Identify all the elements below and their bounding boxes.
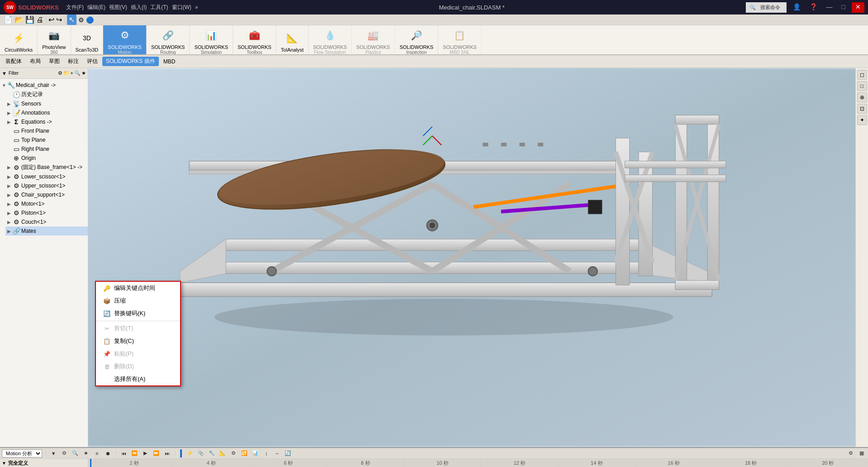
tree-icon4[interactable]: 🔍 <box>74 70 81 76</box>
motion-tool4[interactable]: 📐 <box>218 449 227 458</box>
menu-edit[interactable]: 编辑(E) <box>87 4 105 11</box>
tree-origin[interactable]: ⊕ Origin <box>5 154 88 163</box>
cm-copy[interactable]: 📋 复制(C) <box>96 335 180 347</box>
ribbon-inspection[interactable]: 🔎 SOLIDWORKS Inspection <box>395 25 439 55</box>
ribbon-plastics[interactable]: 🏭 SOLIDWORKS Plastics <box>352 25 395 55</box>
cm-replace-key[interactable]: 🔄 替换键码(K) <box>96 307 180 320</box>
ribbon-simulation[interactable]: 📊 SOLIDWORKS Simulation <box>190 25 233 55</box>
tab-evaluate[interactable]: 评估 <box>83 57 101 66</box>
ribbon-tolanalyst[interactable]: 📐 TolAnalyst <box>277 25 309 55</box>
cm-compress[interactable]: 📦 压缩 <box>96 294 180 307</box>
motion-play[interactable]: ▶ <box>141 449 150 458</box>
view-btn-4[interactable]: ⊡ <box>857 104 867 114</box>
tree-motor[interactable]: ▶ ⚙ Motor<1> <box>5 199 88 208</box>
tree-equations[interactable]: ▶ Σ Equations -> <box>5 117 88 126</box>
tab-sw-plugins[interactable]: SOLIDWORKS 插件 <box>102 57 159 66</box>
qat-print[interactable]: 🖨 <box>36 16 43 24</box>
ribbon-toolbox[interactable]: 🧰 SOLIDWORKS Toolbox <box>233 25 277 55</box>
qat-undo[interactable]: ↩ <box>48 15 54 24</box>
tab-layout[interactable]: 布局 <box>26 57 44 66</box>
qat-redo[interactable]: ↪ <box>56 15 62 24</box>
motion-prev[interactable]: ⏪ <box>130 449 139 458</box>
user-icon[interactable]: 👤 <box>790 2 803 13</box>
view-btn-5[interactable]: ✦ <box>857 115 867 125</box>
tree-sensors[interactable]: ▶ 📡 Sensors <box>5 99 88 108</box>
tree-rightplane[interactable]: ▭ Right Plane <box>5 144 88 154</box>
ribbon-flow[interactable]: 💧 SOLIDWORKS Flow Simulation <box>309 25 352 55</box>
tab-annotation[interactable]: 标注 <box>64 57 82 66</box>
motion-end[interactable]: ⏭ <box>162 449 172 458</box>
tree-icon1[interactable]: ⚙ <box>58 70 62 76</box>
help-icon[interactable]: ❓ <box>807 2 820 13</box>
cm-select-all[interactable]: 选择所有(A) <box>96 373 180 385</box>
qat-options[interactable]: ⚙ <box>78 16 84 24</box>
view-btn-3[interactable]: ⊕ <box>857 92 867 102</box>
menu-file[interactable]: 文件(F) <box>66 4 84 11</box>
motion-tool5[interactable]: ⚙ <box>229 449 238 458</box>
tree-frontplane[interactable]: ▭ Front Plane <box>5 126 88 135</box>
qat-snap[interactable]: 🔵 <box>86 16 94 24</box>
motion-tool9[interactable]: ↔ <box>272 449 281 458</box>
menu-tools[interactable]: 工具(T) <box>150 4 168 11</box>
motion-grid[interactable]: ▦ <box>857 449 866 458</box>
tab-sketch[interactable]: 草图 <box>45 57 63 66</box>
motion-btn-more2[interactable]: ⏺ <box>103 449 112 458</box>
tree-piston[interactable]: ▶ ⚙ Piston<1> <box>5 208 88 217</box>
motion-tool6[interactable]: 🔁 <box>240 449 249 458</box>
view-btn-2[interactable]: □ <box>857 81 867 91</box>
menu-window[interactable]: 窗口(W) <box>172 4 191 11</box>
ribbon-scanto3d[interactable]: 3D ScanTo3D <box>71 25 104 55</box>
menu-view[interactable]: 视图(V) <box>109 4 127 11</box>
motion-btn-calc[interactable]: ⚙ <box>60 449 69 458</box>
motion-btn-star[interactable]: ★ <box>81 449 91 458</box>
tab-mbd[interactable]: MBD <box>160 58 179 66</box>
tree-upperscissor[interactable]: ▶ ⚙ Upper_scissor<1> <box>5 181 88 190</box>
motion-settings[interactable]: ⚙ <box>846 449 855 458</box>
menu-insert[interactable]: 插入(I) <box>131 4 147 11</box>
tree-chairsupport[interactable]: ▶ ⚙ Chair_support<1> <box>5 190 88 199</box>
motion-tool2[interactable]: 📎 <box>196 449 205 458</box>
motion-tool7[interactable]: 📊 <box>251 449 260 458</box>
search-box[interactable]: 🔍 搜索命令 <box>746 2 787 13</box>
tree-lowerscissor[interactable]: ▶ ⚙ Lower_scissor<1> <box>5 172 88 181</box>
ribbon-mbd[interactable]: 📋 SOLIDWORKS MBD SNL <box>438 25 482 55</box>
motion-btn-filter[interactable]: ▼ <box>49 449 58 458</box>
ribbon-motion[interactable]: ⚙ SOLIDWORKS Motion <box>103 25 147 55</box>
motion-btn-search[interactable]: 🔍 <box>71 449 80 458</box>
tree-baseframe[interactable]: ▶ ⚙ (固定) Base_frame<1> -> <box>5 163 88 172</box>
ribbon-circuitworks[interactable]: ⚡ CircuitWorks <box>0 25 38 55</box>
tree-root[interactable]: ▼ 🔧 Medical_chair -> <box>0 81 88 90</box>
tree-topplane[interactable]: ▭ Top Plane <box>5 135 88 144</box>
qat-save[interactable]: 💾 <box>25 15 34 24</box>
tree-annotations[interactable]: ▶ 📝 Annotations <box>5 108 88 117</box>
tree-icon3[interactable]: + <box>71 70 73 76</box>
view-btn-1[interactable]: ◻ <box>857 70 867 80</box>
minimize-button[interactable]: — <box>824 2 835 13</box>
motion-tool3[interactable]: 🔧 <box>207 449 216 458</box>
view-toolbar: ◻ □ ⊕ ⊡ ✦ <box>855 68 868 447</box>
close-button[interactable]: ✕ <box>852 2 864 13</box>
tree-icon5[interactable]: ★ <box>81 70 86 76</box>
motion-next[interactable]: ⏩ <box>152 449 161 458</box>
motion-tool10[interactable]: 🔄 <box>283 449 292 458</box>
viewport[interactable]: ◻ □ ⊕ ⊡ ✦ <box>88 68 868 447</box>
menu-more[interactable]: » <box>195 4 198 10</box>
qat-select[interactable]: ↖ <box>67 14 76 25</box>
tree-history[interactable]: 🕐 历史记录 <box>5 90 88 99</box>
qat-new[interactable]: 📄 <box>4 15 13 24</box>
restore-button[interactable]: □ <box>839 2 848 13</box>
motion-btn-more1[interactable]: ≡ <box>92 449 101 458</box>
tree-mates[interactable]: ▶ 🔗 Mates <box>5 226 88 236</box>
ribbon-photoview[interactable]: 📷 PhotoView 360 <box>38 25 71 55</box>
motion-rewind[interactable]: ⏮ <box>119 449 128 458</box>
cm-edit-keypoint[interactable]: 🔑 编辑关键点时间 <box>96 282 180 294</box>
motion-tool1[interactable]: ⚡ <box>186 449 195 458</box>
ribbon-routing[interactable]: 🔗 SOLIDWORKS Routing <box>147 25 190 55</box>
motion-type-selector[interactable]: Motion 分析 <box>2 449 42 457</box>
qat-open[interactable]: 📂 <box>14 15 24 24</box>
tree-couch[interactable]: ▶ ⚙ Couch<1> <box>5 217 88 226</box>
motion-list-expand[interactable]: ▼ <box>2 461 6 466</box>
motion-tool8[interactable]: ↕ <box>262 449 271 458</box>
tree-icon2[interactable]: 📁 <box>63 70 70 76</box>
tab-assembly[interactable]: 装配体 <box>2 57 25 66</box>
